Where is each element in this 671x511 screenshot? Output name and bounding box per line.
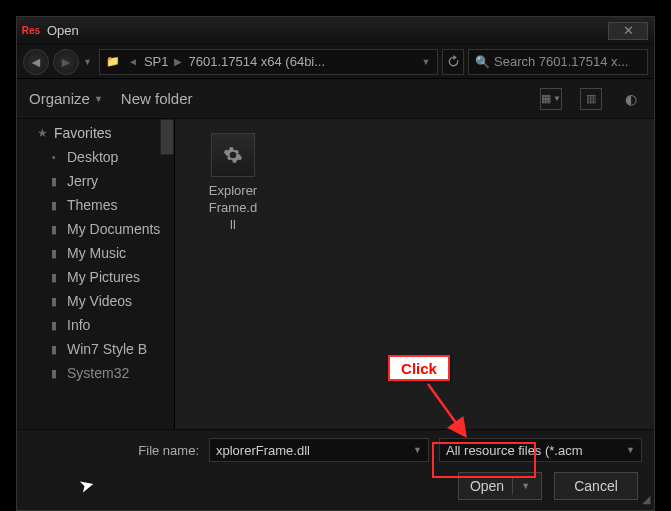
refresh-icon <box>447 55 460 68</box>
toolbar: Organize▼ New folder ▦ ▼ ▥ ◐ <box>17 79 654 119</box>
breadcrumb-item[interactable]: SP1 <box>144 54 169 69</box>
annotation-click-label: Click <box>388 355 450 381</box>
scrollbar-thumb[interactable] <box>160 119 174 155</box>
title-bar: Res Open ✕ <box>17 17 654 45</box>
folder-icon: ▮ <box>47 223 61 236</box>
breadcrumb-sep: ▶ <box>174 56 182 67</box>
sidebar-item-win7[interactable]: ▮Win7 Style B <box>17 337 174 361</box>
chevron-down-icon: ▼ <box>94 94 103 104</box>
nav-forward-button[interactable]: ► <box>53 49 79 75</box>
sidebar-item-videos[interactable]: ▮My Videos <box>17 289 174 313</box>
folder-icon: ▮ <box>47 367 61 380</box>
open-button[interactable]: Open ▼ <box>458 472 542 500</box>
sidebar-item-pictures[interactable]: ▮My Pictures <box>17 265 174 289</box>
chevron-down-icon[interactable]: ▼ <box>521 481 530 491</box>
file-name-label: ExplorerFrame.dll <box>193 183 273 234</box>
dialog-footer: File name: xplorerFrame.dll ▼ All resour… <box>17 430 654 510</box>
sidebar-item-desktop[interactable]: ▪Desktop <box>17 145 174 169</box>
filetype-select[interactable]: All resource files (*.acm ▼ <box>439 438 642 462</box>
file-item[interactable]: ExplorerFrame.dll <box>193 133 273 234</box>
filename-input[interactable]: xplorerFrame.dll ▼ <box>209 438 429 462</box>
folder-icon: ▮ <box>47 175 61 188</box>
sidebar-item-system32[interactable]: ▮System32 <box>17 361 174 385</box>
cancel-button[interactable]: Cancel <box>554 472 638 500</box>
dll-file-icon <box>211 133 255 177</box>
folder-icon: ▪ <box>47 151 61 163</box>
folder-icon: ▮ <box>47 343 61 356</box>
app-icon: Res <box>21 21 41 41</box>
breadcrumb-item[interactable]: 7601.17514 x64 (64bi... <box>188 54 325 69</box>
filename-label: File name: <box>29 443 199 458</box>
view-mode-button[interactable]: ▦ ▼ <box>540 88 562 110</box>
star-icon: ★ <box>37 126 48 140</box>
nav-bar: ◄ ► ▼ 📁 ◄ SP1 ▶ 7601.17514 x64 (64bi... … <box>17 45 654 79</box>
dialog-body: ★ Favorites ▪Desktop ▮Jerry ▮Themes ▮My … <box>17 119 654 430</box>
search-placeholder: Search 7601.17514 x... <box>494 54 628 69</box>
breadcrumb-dropdown[interactable]: ▼ <box>419 57 433 67</box>
folder-icon: 📁 <box>104 55 122 68</box>
folder-icon: ▮ <box>47 295 61 308</box>
sidebar-item-documents[interactable]: ▮My Documents <box>17 217 174 241</box>
sidebar-item-jerry[interactable]: ▮Jerry <box>17 169 174 193</box>
help-button[interactable]: ◐ <box>620 88 642 110</box>
breadcrumb-sep: ◄ <box>128 56 138 67</box>
open-dialog: Res Open ✕ ◄ ► ▼ 📁 ◄ SP1 ▶ 7601.17514 x6… <box>16 16 655 511</box>
file-list-pane[interactable]: ExplorerFrame.dll <box>175 119 654 429</box>
new-folder-button[interactable]: New folder <box>121 90 193 107</box>
window-title: Open <box>47 23 608 38</box>
resize-grip[interactable]: ◢ <box>642 493 650 506</box>
sidebar-section-favorites[interactable]: ★ Favorites <box>17 119 174 145</box>
sidebar: ★ Favorites ▪Desktop ▮Jerry ▮Themes ▮My … <box>17 119 175 429</box>
folder-icon: ▮ <box>47 319 61 332</box>
folder-icon: ▮ <box>47 247 61 260</box>
folder-icon: ▮ <box>47 271 61 284</box>
chevron-down-icon[interactable]: ▼ <box>413 445 422 455</box>
nav-back-button[interactable]: ◄ <box>23 49 49 75</box>
refresh-button[interactable] <box>442 49 464 75</box>
sidebar-item-info[interactable]: ▮Info <box>17 313 174 337</box>
search-input[interactable]: 🔍 Search 7601.17514 x... <box>468 49 648 75</box>
nav-history-dropdown[interactable]: ▼ <box>83 57 95 67</box>
folder-icon: ▮ <box>47 199 61 212</box>
close-button[interactable]: ✕ <box>608 22 648 40</box>
sidebar-item-themes[interactable]: ▮Themes <box>17 193 174 217</box>
chevron-down-icon[interactable]: ▼ <box>626 445 635 455</box>
breadcrumb-bar[interactable]: 📁 ◄ SP1 ▶ 7601.17514 x64 (64bi... ▼ <box>99 49 438 75</box>
search-icon: 🔍 <box>475 55 490 69</box>
preview-pane-button[interactable]: ▥ <box>580 88 602 110</box>
sidebar-item-music[interactable]: ▮My Music <box>17 241 174 265</box>
organize-button[interactable]: Organize▼ <box>29 90 103 107</box>
